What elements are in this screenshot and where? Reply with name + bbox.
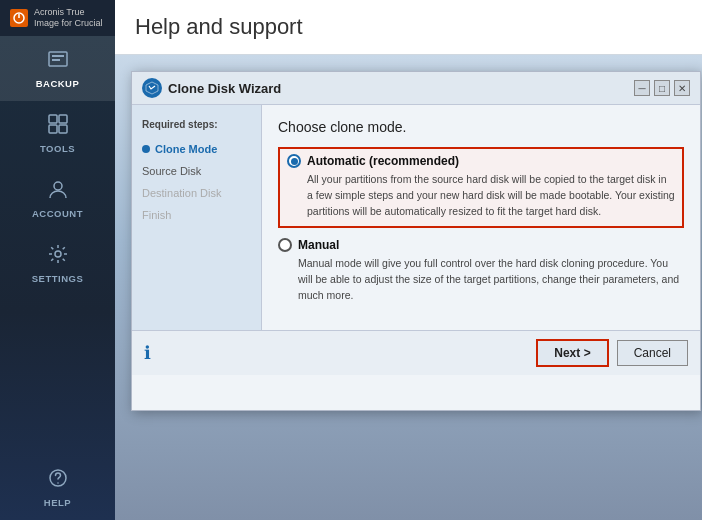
sidebar-item-tools[interactable]: TOOLS (0, 101, 115, 166)
close-button[interactable]: ✕ (674, 80, 690, 96)
main-content: Help and support Clone Disk Wizard ─ □ (115, 0, 702, 520)
step-clone-mode[interactable]: Clone Mode (132, 138, 261, 160)
dialog-area: Clone Disk Wizard ─ □ ✕ Required steps: … (115, 55, 702, 520)
sidebar-bottom: HELP (0, 455, 115, 520)
radio-automatic-inner (291, 158, 298, 165)
sidebar-item-account[interactable]: ACCOUNT (0, 166, 115, 231)
option-manual-block: Manual Manual mode will give you full co… (278, 238, 684, 303)
dialog-titlebar-left: Clone Disk Wizard (142, 78, 281, 98)
option-manual-header[interactable]: Manual (278, 238, 684, 252)
account-icon (47, 178, 69, 203)
dialog-controls: ─ □ ✕ (634, 80, 690, 96)
step-finish: Finish (132, 204, 261, 226)
settings-icon (47, 243, 69, 268)
option-automatic-label: Automatic (recommended) (307, 154, 459, 168)
help-label: HELP (44, 497, 71, 508)
step-source-disk[interactable]: Source Disk (132, 160, 261, 182)
option-manual-desc: Manual mode will give you full control o… (278, 256, 684, 303)
main-header: Help and support (115, 0, 702, 55)
sidebar-item-help[interactable]: HELP (0, 455, 115, 520)
logo-text: Acronis True Image for Crucial (34, 7, 105, 29)
account-label: ACCOUNT (32, 208, 83, 219)
option-automatic-header[interactable]: Automatic (recommended) (287, 154, 675, 168)
info-icon[interactable]: ℹ (144, 342, 151, 364)
dialog-titlebar: Clone Disk Wizard ─ □ ✕ (132, 72, 700, 105)
svg-rect-8 (59, 125, 67, 133)
tools-icon (47, 113, 69, 138)
dialog-steps: Required steps: Clone Mode Source Disk D… (132, 105, 262, 330)
cancel-button[interactable]: Cancel (617, 340, 688, 366)
svg-rect-3 (52, 55, 64, 57)
dialog-body: Required steps: Clone Mode Source Disk D… (132, 105, 700, 330)
minimize-button[interactable]: ─ (634, 80, 650, 96)
app-logo: Acronis True Image for Crucial (0, 0, 115, 36)
settings-label: SETTINGS (32, 273, 84, 284)
content-title: Choose clone mode. (278, 119, 684, 135)
svg-rect-6 (59, 115, 67, 123)
option-automatic-block: Automatic (recommended) All your partiti… (278, 147, 684, 228)
sidebar-item-settings[interactable]: SETTINGS (0, 231, 115, 296)
dialog-footer: ℹ Next > Cancel (132, 330, 700, 375)
logo-icon (10, 9, 28, 27)
svg-point-9 (54, 182, 62, 190)
radio-automatic[interactable] (287, 154, 301, 168)
svg-rect-4 (52, 59, 60, 61)
svg-rect-7 (49, 125, 57, 133)
maximize-button[interactable]: □ (654, 80, 670, 96)
svg-point-10 (55, 251, 61, 257)
svg-rect-5 (49, 115, 57, 123)
dialog-window: Clone Disk Wizard ─ □ ✕ Required steps: … (131, 71, 701, 411)
option-automatic-desc: All your partitions from the source hard… (287, 172, 675, 219)
sidebar: Acronis True Image for Crucial BACKUP TO… (0, 0, 115, 520)
dialog-title: Clone Disk Wizard (168, 81, 281, 96)
step-dot-clone-mode (142, 145, 150, 153)
step-destination-disk: Destination Disk (132, 182, 261, 204)
option-manual-label: Manual (298, 238, 339, 252)
svg-point-12 (57, 482, 59, 484)
dialog-content: Choose clone mode. Automatic (recommende… (262, 105, 700, 330)
dialog-title-icon (142, 78, 162, 98)
help-icon (47, 467, 69, 492)
sidebar-item-backup[interactable]: BACKUP (0, 36, 115, 101)
tools-label: TOOLS (40, 143, 75, 154)
radio-manual[interactable] (278, 238, 292, 252)
next-button[interactable]: Next > (536, 339, 608, 367)
steps-header: Required steps: (132, 115, 261, 138)
backup-label: BACKUP (36, 78, 80, 89)
backup-icon (47, 48, 69, 73)
